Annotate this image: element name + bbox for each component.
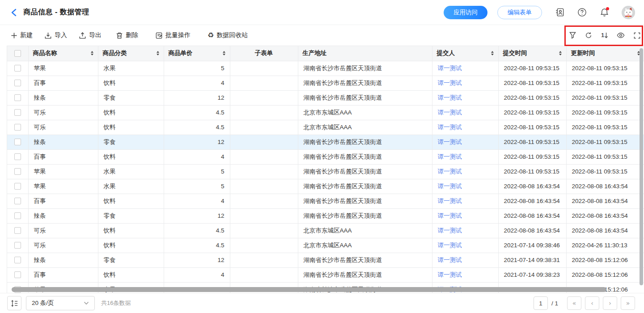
cell-submitter: 谭一测试 [432, 61, 498, 76]
submitter-link[interactable]: 谭一测试 [438, 168, 462, 175]
back-button[interactable] [9, 8, 19, 17]
sort-arrows-icon[interactable] [491, 51, 494, 55]
row-checkbox[interactable] [14, 80, 21, 86]
column-header[interactable]: 商品分类 [98, 46, 164, 61]
row-density-button[interactable] [7, 296, 21, 310]
column-header[interactable]: 更新时间 [566, 46, 644, 61]
prev-page-button[interactable]: ‹ [585, 296, 599, 310]
select-all-checkbox[interactable] [14, 50, 21, 57]
table-row[interactable]: 辣条零食12湖南省长沙市岳麓区天顶街道谭一测试2022-08-11 09:53:… [7, 135, 644, 149]
notifications-button[interactable] [599, 8, 609, 17]
cell-category: 水果 [98, 61, 164, 76]
row-checkbox[interactable] [14, 124, 21, 131]
recycle-bin-button[interactable]: ♻ 数据回收站 [208, 31, 248, 39]
table-row[interactable]: 百事饮料4湖南省长沙市岳麓区天顶街道谭一测试2022-08-08 16:43:5… [7, 194, 644, 208]
submitter-link[interactable]: 谭一测试 [438, 94, 462, 101]
row-checkbox[interactable] [14, 183, 21, 190]
cell-product-name: 百事 [28, 149, 98, 164]
import-icon [44, 32, 52, 39]
page-number-input[interactable]: 1 [534, 296, 548, 310]
column-visibility-button[interactable] [617, 31, 625, 39]
row-checkbox[interactable] [14, 227, 21, 234]
horizontal-scrollbar[interactable] [12, 287, 606, 292]
new-button[interactable]: 新建 [11, 31, 33, 39]
table-row[interactable]: 苹果水果5湖南省长沙市岳麓区天顶街道谭一测试2022-08-11 09:53:1… [7, 61, 644, 76]
row-checkbox[interactable] [14, 94, 21, 101]
table-body: 苹果水果5湖南省长沙市岳麓区天顶街道谭一测试2022-08-11 09:53:1… [7, 61, 644, 293]
filter-button[interactable] [568, 31, 576, 39]
first-page-button[interactable]: « [567, 296, 581, 310]
column-header[interactable]: 商品名称 [28, 46, 98, 61]
sort-order-button[interactable]: 1 [601, 31, 609, 39]
submitter-link[interactable]: 谭一测试 [438, 198, 462, 204]
batch-operation-button[interactable]: 批量操作 [155, 31, 191, 39]
table-row[interactable]: 百事饮料4湖南省长沙市岳麓区天顶街道谭一测试2022-08-11 09:53:1… [7, 76, 644, 90]
row-checkbox[interactable] [14, 271, 21, 278]
row-checkbox[interactable] [14, 65, 21, 72]
row-checkbox-cell [7, 253, 28, 267]
submitter-link[interactable]: 谭一测试 [438, 183, 462, 190]
submitter-link[interactable]: 谭一测试 [438, 212, 462, 219]
row-checkbox[interactable] [14, 109, 21, 116]
row-height-icon [11, 300, 18, 307]
edit-form-button[interactable]: 编辑表单 [497, 6, 542, 19]
last-page-button[interactable]: » [621, 296, 635, 310]
table-row[interactable]: 可乐饮料4.5北京市东城区AAA谭一测试2022-08-08 16:43:542… [7, 223, 644, 238]
table-row[interactable]: 百事饮料4湖南省长沙市岳麓区天顶街道谭一测试2021-07-14 09:38:2… [7, 267, 644, 282]
cell-price: 5 [164, 164, 230, 179]
avatar[interactable] [622, 6, 635, 19]
cell-address: 湖南省长沙市岳麓区天顶街道 [298, 267, 432, 282]
submitter-link[interactable]: 谭一测试 [438, 271, 462, 278]
cell-update-time: 2022-08-11 09:53:15 [566, 61, 644, 76]
sort-arrows-icon[interactable] [91, 51, 93, 55]
sort-arrows-icon[interactable] [223, 51, 225, 55]
table-row[interactable]: 辣条零食12湖南省长沙市岳麓区天顶街道谭一测试2022-08-08 16:43:… [7, 208, 644, 223]
sort-arrows-icon[interactable] [157, 51, 159, 55]
table-row[interactable]: 辣条零食12湖南省长沙市岳麓区天顶街道谭一测试2022-08-11 09:53:… [7, 90, 644, 105]
table-row[interactable]: 可乐饮料4.5北京市东城区AAA谭一测试2022-08-11 09:53:152… [7, 105, 644, 120]
row-checkbox[interactable] [14, 198, 21, 204]
cell-address: 北京市东城区AAA [298, 120, 432, 135]
row-checkbox[interactable] [14, 153, 21, 160]
submitter-link[interactable]: 谭一测试 [438, 124, 462, 131]
table-row[interactable]: 可乐饮料4.5北京市东城区AAA谭一测试2021-07-14 09:38:462… [7, 238, 644, 253]
export-button[interactable]: 导出 [79, 31, 102, 39]
sort-arrows-icon[interactable] [559, 51, 562, 55]
submitter-link[interactable]: 谭一测试 [438, 65, 462, 72]
cell-product-name: 苹果 [28, 61, 98, 76]
table-row[interactable]: 苹果水果5湖南省长沙市岳麓区天顶街道谭一测试2022-08-11 09:53:1… [7, 164, 644, 179]
refresh-button[interactable] [585, 31, 593, 39]
row-checkbox[interactable] [14, 242, 21, 249]
column-header[interactable]: 提交人 [432, 46, 498, 61]
app-access-button[interactable]: 应用访问 [444, 6, 487, 19]
submitter-link[interactable]: 谭一测试 [438, 257, 462, 263]
row-checkbox[interactable] [14, 139, 21, 145]
page-size-select[interactable]: 20 条/页 [26, 296, 95, 310]
contacts-button[interactable] [555, 8, 564, 17]
submitter-link[interactable]: 谭一测试 [438, 139, 462, 145]
next-page-button[interactable]: › [603, 296, 617, 310]
submitter-link[interactable]: 谭一测试 [438, 242, 462, 249]
table-row[interactable]: 辣条零食12湖南省长沙市岳麓区天顶街道谭一测试2021-07-14 09:38:… [7, 253, 644, 267]
submitter-link[interactable]: 谭一测试 [438, 109, 462, 116]
table-row[interactable]: 百事饮料4湖南省长沙市岳麓区天顶街道谭一测试2022-08-11 09:53:1… [7, 149, 644, 164]
cell-product-name: 可乐 [28, 223, 98, 238]
table-row[interactable]: 可乐饮料4.5北京市东城区AAA谭一测试2022-08-11 09:53:152… [7, 120, 644, 135]
row-checkbox[interactable] [14, 257, 21, 263]
vertical-scrollbar[interactable] [640, 48, 643, 285]
delete-button[interactable]: 删除 [116, 31, 138, 39]
submitter-link[interactable]: 谭一测试 [438, 227, 462, 234]
row-checkbox-cell [7, 179, 28, 194]
column-header[interactable]: 商品单价 [164, 46, 230, 61]
fullscreen-button[interactable] [633, 31, 641, 39]
import-button[interactable]: 导入 [44, 31, 67, 39]
table-row[interactable]: 苹果水果5湖南省长沙市岳麓区天顶街道谭一测试2022-08-08 16:43:5… [7, 179, 644, 194]
submitter-link[interactable]: 谭一测试 [438, 80, 462, 86]
column-header[interactable]: 提交时间 [498, 46, 566, 61]
cell-price: 4 [164, 194, 230, 208]
row-checkbox[interactable] [14, 168, 21, 175]
submitter-link[interactable]: 谭一测试 [438, 153, 462, 160]
help-button[interactable] [577, 8, 587, 17]
cell-submitter: 谭一测试 [432, 253, 498, 267]
row-checkbox[interactable] [14, 212, 21, 219]
